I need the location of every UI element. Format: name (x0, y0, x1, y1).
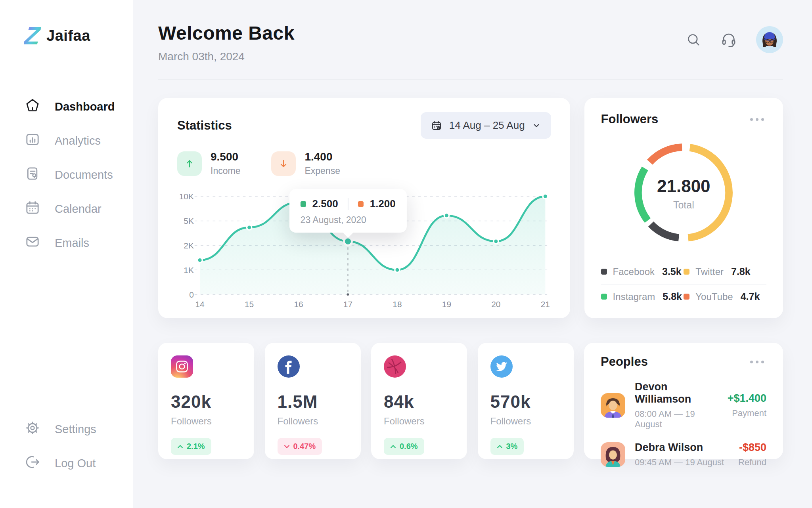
twitter-swatch (684, 269, 689, 275)
legend-facebook: Facebook 3.5k (601, 266, 684, 277)
tooltip-income: 2.500 (312, 198, 338, 210)
svg-text:1K: 1K (184, 265, 194, 275)
sidebar-item-documents[interactable]: Documents (25, 158, 117, 192)
instagram-icon (171, 355, 193, 378)
more-options-button[interactable] (748, 116, 766, 123)
dribbble-icon (384, 355, 406, 378)
income-value: 9.500 (211, 151, 240, 163)
sidebar-item-label: Dashboard (55, 100, 115, 113)
instagram-trend-badge: 2.1% (171, 438, 211, 455)
support-button[interactable] (720, 31, 737, 48)
twitter-card: 570k Followers 3% (478, 343, 574, 459)
sidebar-item-label: Analytics (55, 134, 101, 147)
sidebar-item-emails[interactable]: Emails (25, 226, 117, 260)
chart-tooltip: 2.500 1.200 23 August, 2020 (289, 189, 407, 233)
person-name: Devon Williamson (635, 381, 718, 405)
svg-text:5K: 5K (184, 216, 194, 225)
tooltip-expense: 1.200 (370, 198, 396, 210)
calendar-icon (25, 200, 40, 218)
arrow-up-icon (177, 151, 202, 176)
legend-instagram: Instagram 5.8k (601, 291, 684, 302)
person-amount: -$850 (738, 441, 766, 454)
page-date: March 03th, 2024 (158, 50, 295, 63)
person-time: 08:00 AM — 19 August (635, 409, 718, 430)
sidebar-footer: Settings Log Out (25, 412, 117, 480)
user-avatar[interactable] (756, 26, 783, 53)
gear-icon (25, 420, 40, 439)
trend-up-icon (390, 445, 396, 449)
facebook-swatch (601, 269, 607, 275)
page-title: Welcome Back (158, 22, 295, 44)
svg-text:21: 21 (541, 300, 550, 309)
svg-text:15: 15 (245, 300, 254, 309)
followers-total-label: Total (673, 199, 694, 211)
person-amount: +$1.400 (728, 392, 766, 405)
date-range-label: 14 Aug – 25 Aug (449, 119, 525, 132)
svg-text:16: 16 (294, 300, 303, 309)
headset-icon (720, 31, 737, 48)
sidebar-item-settings[interactable]: Settings (25, 412, 117, 446)
youtube-swatch (684, 294, 689, 300)
emails-icon (25, 234, 40, 252)
sidebar-item-analytics[interactable]: Analytics (25, 124, 117, 158)
chart-area: 01K2K5K10K1415161718192021 2.500 1.200 2… (177, 185, 551, 309)
brand-name: Jaifaa (46, 27, 90, 44)
trend-up-icon (497, 445, 503, 449)
search-button[interactable] (686, 32, 701, 48)
expense-label: Expense (304, 166, 340, 176)
trend-down-icon (284, 445, 290, 449)
more-options-button[interactable] (748, 358, 766, 366)
peoples-card: Peoples Devon Williamson 08:0 (584, 343, 783, 459)
facebook-followers: 1.5M (278, 392, 348, 412)
main-content: Welcome Back March 03th, 2024 (134, 0, 812, 459)
svg-text:10K: 10K (179, 192, 194, 201)
dribbble-card: 84k Followers 0.6% (371, 343, 467, 459)
home-icon (25, 97, 40, 116)
trend-up-icon (177, 445, 183, 449)
brand-logo: Z Jaifaa (25, 23, 117, 48)
income-summary: 9.500 Income (177, 151, 240, 176)
footer-item-label: Log Out (55, 457, 96, 470)
chevron-down-icon (532, 121, 541, 130)
twitter-trend-badge: 3% (490, 438, 524, 455)
person-name: Debra Wilson (635, 441, 729, 454)
sidebar-item-label: Documents (55, 168, 113, 181)
brand-z-icon: Z (23, 23, 42, 48)
followers-title: Followers (601, 112, 659, 126)
peoples-title: Peoples (601, 355, 648, 369)
followers-total: 21.800 (657, 176, 710, 196)
statistics-title: Statistics (177, 118, 232, 133)
sidebar-item-dashboard[interactable]: Dashboard (25, 90, 117, 124)
calendar-icon (431, 120, 442, 131)
legend-youtube: YouTube 4.7k (684, 291, 766, 302)
followers-card: Followers 21.800 Total Facebook 3.5k (584, 98, 783, 318)
people-row-debra[interactable]: Debra Wilson 09:45 AM — 19 August -$850 … (601, 441, 766, 468)
instagram-followers: 320k (171, 392, 241, 412)
legend-twitter: Twitter 7.8k (684, 266, 766, 277)
person-amount-type: Refund (738, 457, 766, 468)
dribbble-followers: 84k (384, 392, 454, 412)
twitter-icon (490, 355, 513, 378)
expense-summary: 1.400 Expense (271, 151, 340, 176)
avatar-image (756, 26, 783, 53)
income-swatch (301, 201, 306, 207)
header-divider (158, 79, 783, 80)
people-row-devon[interactable]: Devon Williamson 08:00 AM — 19 August +$… (601, 381, 766, 430)
logout-icon (25, 454, 40, 473)
svg-text:2K: 2K (184, 241, 194, 250)
sidebar-item-label: Calendar (55, 202, 102, 216)
date-range-selector[interactable]: 14 Aug – 25 Aug (421, 112, 551, 139)
svg-text:17: 17 (343, 300, 352, 309)
sidebar-item-calendar[interactable]: Calendar (25, 192, 117, 226)
tooltip-date: 23 August, 2020 (301, 215, 396, 225)
svg-text:20: 20 (491, 300, 500, 309)
arrow-down-icon (271, 151, 296, 176)
avatar (601, 393, 625, 418)
followers-legend: Facebook 3.5k Twitter 7.8k Instagram 5.8… (601, 260, 766, 309)
dribbble-trend-badge: 0.6% (384, 438, 424, 455)
svg-text:0: 0 (189, 290, 194, 299)
facebook-trend-badge: 0.47% (278, 438, 322, 455)
sidebar-item-logout[interactable]: Log Out (25, 446, 117, 480)
expense-value: 1.400 (304, 151, 340, 163)
documents-icon (25, 166, 40, 184)
